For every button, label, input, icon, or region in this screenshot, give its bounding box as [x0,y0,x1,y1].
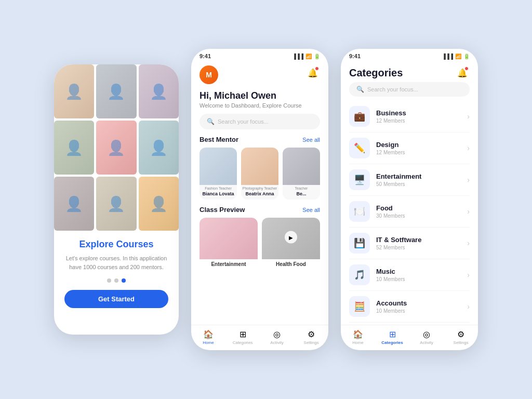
signal-icon-3: ▐▐▐ [442,54,453,59]
cat-item-it[interactable]: 💾 IT & Sotftware 52 Members › [349,228,470,259]
preview-see-all[interactable]: See all [302,207,320,213]
explore-bottom: Explore Courses Let's explore courses. I… [54,231,179,335]
play-button[interactable]: ▶ [285,231,297,244]
class-preview-header: Class Preview See all [191,206,328,218]
entertainment-info: Entertainment 50 Members [376,172,467,187]
categories-bottom-nav: 🏠 Home ⊞ Categories ◎ Activity ⚙ Setting… [341,325,478,350]
business-info: Business 12 Members [376,109,467,124]
mentor-photo-1 [200,148,237,185]
screens-container: Explore Courses Let's explore courses. I… [54,49,478,350]
accounts-members: 10 Members [376,308,467,314]
status-icons-3: ▐▐▐ 📶 🔋 [442,54,470,59]
greeting-section: Hi, Michael Owen Welcome to Dashboard, E… [191,90,328,114]
nav-activity[interactable]: ◎ Activity [260,329,294,345]
nav-settings-label: Settings [304,340,319,345]
battery-icon-3: 🔋 [463,54,470,59]
cat-item-music[interactable]: 🎵 Music 10 Members › [349,259,470,291]
nav-home-label: Home [203,340,214,345]
food-info: Food 30 Members [376,204,467,219]
mentors-see-all[interactable]: See all [302,137,320,143]
cat-item-business[interactable]: 💼 Business 12 Members › [349,101,470,132]
cat-notification-bell[interactable]: 🔔 [455,65,470,80]
mentor-card-1[interactable]: Fashion Teacher Bianca Lovata [200,148,237,200]
cat-activity-label: Activity [420,340,433,345]
preview-img-1 [200,218,258,259]
dashboard-search[interactable]: 🔍 Search your focus... [200,114,320,129]
mentor-card-2[interactable]: Photography Teacher Beatrix Anna [241,148,278,200]
photo-cell-1 [54,64,94,118]
cat-activity-icon: ◎ [423,329,430,339]
cat-item-entertainment[interactable]: 🖥️ Entertainment 50 Members › [349,164,470,196]
cat-settings-icon: ⚙ [457,329,464,339]
greeting-subtitle: Welcome to Dashboard, Explore Course [200,102,320,109]
design-icon: ✏️ [349,138,370,158]
mentor-role-1: Fashion Teacher [200,185,237,191]
music-members: 10 Members [376,276,467,282]
status-time-2: 9:41 [200,53,211,59]
preview-card-1[interactable]: Entertainment [200,218,258,267]
cat-nav-categories[interactable]: ⊞ Categories [375,329,409,345]
cat-nav-settings[interactable]: ⚙ Settings [444,329,478,345]
preview-label-2: Health Food [262,259,320,267]
status-bar-2: 9:41 ▐▐▐ 📶 🔋 [191,49,328,61]
mentor-name-1: Bianca Lovata [200,191,237,200]
notification-bell[interactable]: 🔔 [305,65,320,80]
accounts-chevron: › [467,302,470,311]
status-bar-3: 9:41 ▐▐▐ 📶 🔋 [341,49,478,61]
wifi-icon: 📶 [305,54,312,59]
entertainment-chevron: › [467,176,470,184]
cat-item-design[interactable]: ✏️ Design 12 Members › [349,132,470,164]
categories-search[interactable]: 🔍 Search your focus... [349,82,470,97]
settings-icon: ⚙ [308,329,315,339]
accounts-info: Accounts 10 Members [376,299,467,314]
mentor-card-3[interactable]: Teacher Be... [283,148,320,200]
signal-icon: ▐▐▐ [292,54,303,59]
accounts-name: Accounts [376,299,467,307]
it-chevron: › [467,239,470,247]
it-info: IT & Sotftware 52 Members [376,236,467,250]
categories-header: Categories 🔔 [341,61,478,82]
music-name: Music [376,268,467,275]
pagination-dots [107,278,126,283]
cat-item-food[interactable]: 🍽️ Food 30 Members › [349,196,470,228]
photo-cell-8 [96,177,136,231]
explore-description: Let's explore courses. In this applicati… [64,254,168,271]
search-icon: 🔍 [207,118,215,125]
dot-2 [114,278,118,283]
dot-3-active [122,278,126,283]
mentor-photo-2 [241,148,278,185]
activity-icon: ◎ [273,329,281,339]
cat-item-accounts[interactable]: 🧮 Accounts 10 Members › [349,291,470,323]
preview-label-1: Entertainment [200,259,258,267]
music-chevron: › [467,271,470,279]
dashboard-bottom-nav: 🏠 Home ⊞ Categories ◎ Activity ⚙ Setting… [191,325,328,350]
entertainment-icon: 🖥️ [349,169,370,190]
cat-categories-label: Categories [381,340,403,345]
photo-cell-6 [139,121,179,175]
design-info: Design 12 Members [376,141,467,155]
preview-card-2[interactable]: ▶ Health Food [262,218,320,267]
cat-notification-badge [464,66,469,71]
user-avatar: M [200,65,218,84]
photo-cell-7 [54,177,94,231]
cat-nav-activity[interactable]: ◎ Activity [409,329,444,345]
mentor-name-2: Beatrix Anna [241,191,278,200]
accounts-icon: 🧮 [349,296,370,317]
cat-settings-label: Settings [454,340,469,345]
mentors-row: Fashion Teacher Bianca Lovata Photograph… [191,148,328,206]
cat-home-label: Home [352,340,363,345]
business-chevron: › [467,112,470,121]
business-members: 12 Members [376,118,467,124]
food-chevron: › [467,207,470,216]
cat-nav-home[interactable]: 🏠 Home [341,329,375,345]
entertainment-members: 50 Members [376,181,467,187]
preview-row: Entertainment ▶ Health Food [191,218,328,273]
nav-categories[interactable]: ⊞ Categories [225,329,260,345]
nav-settings[interactable]: ⚙ Settings [294,329,328,345]
mentor-role-3: Teacher [283,185,320,191]
battery-icon: 🔋 [314,54,320,59]
business-icon: 💼 [349,106,370,127]
wifi-icon-3: 📶 [455,54,461,59]
get-started-button[interactable]: Get Started [64,290,168,308]
nav-home[interactable]: 🏠 Home [191,329,225,345]
